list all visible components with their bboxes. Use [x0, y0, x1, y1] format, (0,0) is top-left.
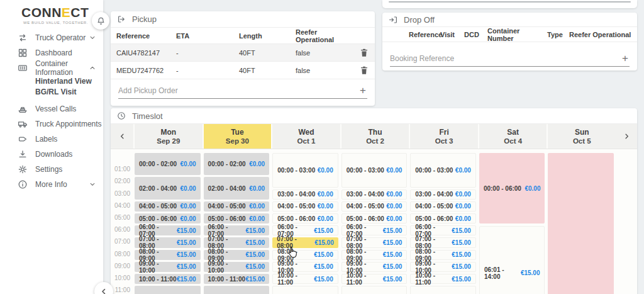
- timeslot-wed-0400[interactable]: 04:00 - 05:00 €0.00: [272, 201, 338, 212]
- sidebar-item-container-information[interactable]: Container Information: [0, 60, 103, 76]
- timeslot-mon-0400[interactable]: 04:00 - 05:00 €0.00: [135, 201, 201, 212]
- timeslot-mon-0500[interactable]: 05:00 - 06:00 €0.00: [135, 213, 201, 223]
- sidebar-item-hinterland-view[interactable]: Hinterland View: [0, 76, 103, 86]
- day-header-sat[interactable]: Sat Oct 4: [478, 124, 547, 149]
- timeslot-tue-0000[interactable]: 00:00 - 02:00 €0.00: [204, 153, 270, 175]
- timeslot-wed-1000[interactable]: 10:00 - 11:00 €15.00: [272, 274, 338, 284]
- timeslot-tue-0900[interactable]: 09:00 - 10:00 €15.00: [204, 262, 270, 272]
- timeslot-mon-0200[interactable]: 02:00 - 04:00 €0.00: [135, 177, 201, 199]
- timeslot-fri-0900[interactable]: 09:00 - 10:00 €15.00: [410, 262, 476, 272]
- timeslot-tue-0600[interactable]: 06:00 - 07:00 €15.00: [204, 225, 270, 235]
- timeslot-tue-0500[interactable]: 05:00 - 06:00 €0.00: [204, 213, 270, 223]
- timeslot-tue-0400[interactable]: 04:00 - 05:00 €0.00: [204, 201, 270, 212]
- day-header-tue[interactable]: Tue Sep 30: [203, 124, 272, 149]
- timeslot-fri-0400[interactable]: 04:00 - 05:00 €0.00: [410, 201, 476, 212]
- slot-time-range: 04:00 - 05:00: [347, 203, 384, 210]
- timeslot-wed-0300[interactable]: 03:00 - 04:00 €0.00: [272, 189, 338, 200]
- day-header-wed[interactable]: Wed Oct 1: [271, 124, 340, 149]
- delete-row-trash-icon[interactable]: [360, 65, 369, 75]
- timeslot-thu-0600[interactable]: 06:00 - 07:00 €15.00: [341, 225, 408, 235]
- timeslot-tue-0700[interactable]: 07:00 - 08:00 €15.00: [204, 237, 270, 247]
- slot-price: €15.00: [452, 276, 471, 283]
- timeslot-tue-1100[interactable]: [204, 286, 270, 294]
- timeslot-wed-0000[interactable]: 00:00 - 03:00 €0.00: [272, 153, 338, 188]
- timeslot-fri-0000[interactable]: 00:00 - 03:00 €0.00: [410, 153, 476, 188]
- day-header-mon[interactable]: Mon Sep 29: [133, 124, 203, 149]
- timeslot-fri-0600[interactable]: 06:00 - 07:00 €15.00: [410, 225, 476, 235]
- day-column-fri: 00:00 - 03:00 €0.0003:00 - 04:00 €0.0004…: [409, 149, 478, 294]
- sidebar-item-truck-operator[interactable]: Truck Operator: [0, 30, 103, 45]
- timeslot-tue-0800[interactable]: 08:00 - 09:00 €15.00: [204, 250, 270, 260]
- day-header-thu[interactable]: Thu Oct 2: [340, 124, 409, 149]
- container-icon: [18, 63, 28, 73]
- timeslot-mon-0000[interactable]: 00:00 - 02:00 €0.00: [135, 153, 201, 175]
- sidebar-item-bg-rl-visit[interactable]: BG/RL Visit: [0, 86, 103, 97]
- timeslot-wed-0900[interactable]: 09:00 - 10:00 €15.00: [272, 262, 338, 272]
- timeslot-wed-0800[interactable]: 08:00 - 09:00 €15.00: [272, 250, 338, 260]
- timeslot-tue-0200[interactable]: 02:00 - 04:00 €0.00: [204, 177, 270, 199]
- timeslot-thu-1100[interactable]: [341, 286, 408, 294]
- sidebar-item-settings[interactable]: Settings: [0, 162, 103, 177]
- timeslot-mon-0700[interactable]: 07:00 - 08:00 €15.00: [135, 237, 201, 247]
- timeslot-thu-0300[interactable]: 03:00 - 04:00 €0.00: [341, 189, 408, 200]
- calendar-prev-button[interactable]: [111, 124, 133, 149]
- pickup-panel: Pickup ReferenceETALengthReefer Operatio…: [111, 11, 375, 106]
- timeslot-thu-0500[interactable]: 05:00 - 06:00 €0.00: [341, 213, 408, 223]
- add-booking-plus-icon[interactable]: +: [621, 53, 630, 64]
- add-pickup-plus-icon[interactable]: +: [358, 85, 367, 96]
- slot-price: €15.00: [177, 239, 196, 246]
- timeslot-wed-0500[interactable]: 05:00 - 06:00 €0.00: [272, 213, 338, 223]
- sidebar-item-vessel-calls[interactable]: Vessel Calls: [0, 101, 103, 116]
- timeslot-mon-1000[interactable]: 10:00 - 11:00 €15.00: [135, 274, 201, 284]
- day-header-sun[interactable]: Sun Oct 5: [547, 124, 616, 149]
- timeslot-sat-0000[interactable]: 00:00 - 06:00 €0.00: [479, 153, 545, 223]
- slot-price: €15.00: [246, 227, 265, 234]
- sidebar-item-truck-appointments[interactable]: Truck Appointments: [0, 116, 103, 132]
- day-date: Oct 5: [548, 137, 616, 145]
- timeslot-fri-0700[interactable]: 07:00 - 08:00 €15.00: [410, 237, 476, 247]
- sidebar-item-labels[interactable]: Labels: [0, 132, 103, 147]
- timeslot-wed-0700[interactable]: 07:00 - 08:00 €15.00: [272, 237, 338, 247]
- slot-time-range: 04:00 - 05:00: [208, 203, 246, 210]
- sidebar-item-downloads[interactable]: Downloads: [0, 147, 103, 162]
- timeslot-grid: 01:0002:0003:0004:0005:0006:0007:0008:00…: [111, 149, 637, 294]
- dropoff-column-header: Type: [547, 31, 569, 38]
- add-pickup-order-input[interactable]: [118, 86, 358, 95]
- timeslot-thu-1000[interactable]: 10:00 - 11:00 €15.00: [341, 274, 408, 284]
- timeslot-mon-1100[interactable]: [135, 286, 201, 294]
- timeslot-tue-1000[interactable]: 10:00 - 11:00 €15.00: [204, 274, 270, 284]
- timeslot-thu-0400[interactable]: 04:00 - 05:00 €0.00: [341, 201, 408, 212]
- day-date: Oct 2: [341, 137, 409, 145]
- slot-time-range: 00:00 - 02:00: [208, 161, 246, 167]
- timeslot-fri-0300[interactable]: 03:00 - 04:00 €0.00: [410, 189, 476, 200]
- timeslot-mon-0600[interactable]: 06:00 - 07:00 €15.00: [135, 225, 201, 235]
- timeslot-thu-0900[interactable]: 09:00 - 10:00 €15.00: [341, 262, 408, 272]
- booking-reference-input[interactable]: [390, 54, 621, 63]
- sidebar-item-label: Settings: [35, 165, 62, 174]
- day-column-sat: 00:00 - 06:00 €0.0006:01 - 14:00 €15.00: [478, 149, 547, 294]
- sidebar-item-more-info[interactable]: More Info: [0, 177, 103, 192]
- timeslot-mon-0800[interactable]: 08:00 - 09:00 €15.00: [135, 250, 201, 260]
- timeslot-fri-1100[interactable]: [410, 286, 476, 294]
- timeslot-fri-1000[interactable]: 10:00 - 11:00 €15.00: [410, 274, 476, 284]
- notification-bell-button[interactable]: [92, 12, 109, 30]
- day-header-fri[interactable]: Fri Oct 3: [409, 124, 478, 149]
- timeslot-fri-0800[interactable]: 08:00 - 09:00 €15.00: [410, 250, 476, 260]
- timeslot-sun-0000[interactable]: [548, 153, 614, 294]
- dropoff-column-header: Reference: [409, 31, 440, 38]
- sidebar-item-dashboard[interactable]: Dashboard: [0, 45, 103, 60]
- timeslot-thu-0700[interactable]: 07:00 - 08:00 €15.00: [341, 237, 408, 247]
- pickup-column-header: Reference: [116, 32, 176, 40]
- timeslot-wed-1100[interactable]: [272, 286, 338, 294]
- timeslot-fri-0500[interactable]: 05:00 - 06:00 €0.00: [410, 213, 476, 223]
- timeslot-sat-0601[interactable]: 06:01 - 14:00 €15.00: [479, 226, 545, 294]
- calendar-next-button[interactable]: [616, 124, 637, 149]
- delete-row-trash-icon[interactable]: [360, 48, 369, 57]
- slot-price: €0.00: [386, 215, 402, 222]
- timeslot-thu-0000[interactable]: 00:00 - 03:00 €0.00: [341, 153, 408, 188]
- dropoff-icon: [389, 15, 398, 25]
- timeslot-wed-0600[interactable]: 06:00 - 07:00 €15.00: [272, 225, 338, 235]
- timeslot-thu-0800[interactable]: 08:00 - 09:00 €15.00: [341, 250, 408, 260]
- timeslot-mon-0900[interactable]: 09:00 - 10:00 €15.00: [135, 262, 201, 272]
- slot-time-range: 06:01 - 14:00: [484, 266, 521, 280]
